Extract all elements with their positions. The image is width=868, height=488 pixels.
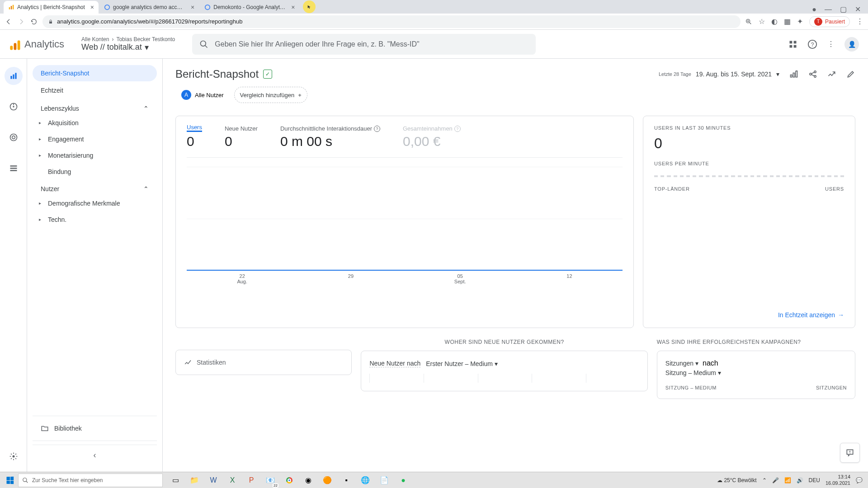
extension-icon[interactable]: ▦: [784, 17, 791, 26]
sidenav-item-realtime[interactable]: Echtzeit: [33, 82, 157, 99]
powerpoint-icon[interactable]: P: [242, 472, 260, 488]
explorer-icon[interactable]: 📁: [185, 472, 203, 488]
page-title: Bericht-Snapshot: [175, 68, 259, 80]
notifications-icon[interactable]: 💬: [856, 477, 863, 483]
view-realtime-link[interactable]: In Echtzeit anzeigen →: [654, 311, 844, 319]
rail-explore[interactable]: [5, 98, 23, 116]
incognito-icon[interactable]: ●: [812, 5, 816, 14]
search-input[interactable]: Geben Sie hier Ihr Anliegen oder Ihre Fr…: [192, 34, 536, 55]
profile-avatar-icon: T: [814, 18, 822, 26]
app-icon[interactable]: ▪: [337, 472, 355, 488]
sessions-selector-row: Sitzungen ▾ nach: [665, 359, 847, 367]
breadcrumb-account: Tobias Becker Testkonto: [116, 36, 175, 42]
task-view-icon[interactable]: ▭: [166, 472, 184, 488]
profile-chip[interactable]: T Pausiert: [809, 16, 850, 27]
analytics-logo[interactable]: Analytics: [9, 38, 64, 50]
metric-selector[interactable]: Sitzungen ▾: [665, 360, 698, 367]
help-icon[interactable]: ?: [807, 39, 817, 49]
metric-label: Gesamteinnahmen ?: [403, 125, 461, 132]
weather-widget[interactable]: ☁ 25°C Bewölkt: [717, 477, 757, 483]
kebab-menu-icon[interactable]: ⋮: [827, 40, 835, 48]
sidenav-section-user[interactable]: Nutzer ⌃: [33, 180, 157, 195]
sidenav-library[interactable]: Bibliothek: [33, 420, 157, 437]
add-comparison-button[interactable]: Vergleich hinzufügen +: [234, 87, 307, 103]
chrome-menu-icon[interactable]: ⋮: [856, 17, 863, 26]
line-chart: 22Aug. 29 05Sept. 12: [187, 167, 623, 284]
metric-users[interactable]: Users 0: [187, 125, 202, 149]
insights-icon[interactable]: [827, 70, 836, 79]
minimize-button[interactable]: —: [825, 5, 832, 14]
account-avatar[interactable]: 👤: [844, 37, 859, 52]
sidenav-item-snapshot[interactable]: Bericht-Snapshot: [33, 65, 157, 81]
reload-button[interactable]: [30, 18, 38, 26]
metric-new-users[interactable]: Neue Nutzer 0: [225, 125, 258, 149]
metric-revenue[interactable]: Gesamteinnahmen ? 0,00 €: [403, 125, 461, 149]
rail-reports[interactable]: [5, 67, 23, 85]
word-icon[interactable]: W: [204, 472, 222, 488]
extensions-menu-icon[interactable]: ✦: [797, 17, 803, 26]
tab-close-icon[interactable]: ×: [291, 4, 295, 11]
apps-icon[interactable]: [788, 40, 797, 49]
account-selector[interactable]: Alle Konten › Tobias Becker Testkonto We…: [81, 36, 175, 52]
help-icon[interactable]: ?: [374, 126, 380, 132]
start-button[interactable]: [2, 472, 18, 488]
feedback-button[interactable]: [840, 443, 860, 463]
segment-all-users[interactable]: A Alle Nutzer: [175, 87, 230, 103]
app-icon[interactable]: 🟠: [318, 472, 336, 488]
rail-configure[interactable]: [5, 159, 23, 177]
excel-icon[interactable]: X: [223, 472, 241, 488]
sidenav-sub-engagement[interactable]: Engagement: [33, 131, 157, 147]
bookmark-icon[interactable]: ☆: [759, 17, 765, 26]
maximize-button[interactable]: ▢: [840, 5, 847, 14]
chrome-icon[interactable]: [280, 472, 298, 488]
section-label: Nutzer: [41, 185, 59, 192]
share-icon[interactable]: [808, 70, 817, 79]
svg-rect-16: [794, 41, 797, 43]
breadcrumb-root: Alle Konten: [81, 36, 109, 42]
rail-advertising[interactable]: [5, 128, 23, 146]
divider: [33, 416, 157, 416]
segment-row: A Alle Nutzer Vergleich hinzufügen +: [175, 87, 855, 103]
sidenav-sub-tech[interactable]: Techn.: [33, 211, 157, 228]
edge-icon[interactable]: 🌐: [356, 472, 374, 488]
date-range-picker[interactable]: Letzte 28 Tage 19. Aug. bis 15. Sept. 20…: [659, 70, 779, 78]
collapse-sidenav-button[interactable]: ‹: [33, 445, 157, 465]
taskbar-search[interactable]: Zur Suche Text hier eingeben: [18, 474, 163, 487]
tab-close-icon[interactable]: ×: [191, 4, 194, 11]
metric-engagement-time[interactable]: Durchschnittliche Interaktionsdauer ? 0 …: [280, 125, 380, 149]
zoom-icon[interactable]: [745, 18, 752, 25]
help-icon[interactable]: ?: [454, 126, 461, 132]
sidenav-sub-acquisition[interactable]: Akquisition: [33, 115, 157, 131]
sidenav-sub-monetization[interactable]: Monetarisierung: [33, 147, 157, 164]
spotify-icon[interactable]: ●: [394, 472, 412, 488]
sidenav-sub-retention[interactable]: Bindung: [33, 164, 157, 180]
new-tab-button[interactable]: [303, 0, 316, 13]
microphone-icon[interactable]: 🎤: [772, 477, 779, 483]
rail-admin[interactable]: [5, 447, 23, 465]
sidenav-sub-demographics[interactable]: Demografische Merkmale: [33, 195, 157, 211]
tray-chevron-icon[interactable]: ⌃: [762, 477, 767, 483]
dimension-selector[interactable]: Sitzung – Medium ▾: [665, 369, 721, 376]
browser-tab[interactable]: Demokonto - Google Analytics-H ×: [200, 1, 299, 14]
mail-icon[interactable]: 📧22: [261, 472, 279, 488]
wifi-icon[interactable]: 📶: [784, 477, 791, 483]
dimension-selector[interactable]: Neue Nutzer nach Erster Nutzer – Medium …: [369, 360, 498, 367]
close-window-button[interactable]: ✕: [855, 5, 861, 14]
volume-icon[interactable]: 🔊: [797, 477, 803, 483]
back-button[interactable]: [5, 18, 13, 26]
customize-icon[interactable]: [789, 70, 798, 79]
browser-tab-active[interactable]: Analytics | Bericht-Snapshot ×: [4, 1, 99, 14]
chevron-down-icon[interactable]: ▾: [145, 42, 149, 52]
verified-badge-icon[interactable]: ✓: [263, 70, 272, 79]
tab-close-icon[interactable]: ×: [90, 4, 94, 11]
clock[interactable]: 13:14 16.09.2021: [826, 474, 850, 486]
forward-button[interactable]: [17, 18, 25, 26]
browser-tab[interactable]: google analytics demo account ×: [99, 1, 199, 14]
edit-icon[interactable]: [846, 70, 855, 79]
language-indicator[interactable]: DEU: [809, 477, 820, 483]
address-bar[interactable]: analytics.google.com/analytics/web/#/p28…: [42, 15, 741, 28]
sidenav-section-lifecycle[interactable]: Lebenszyklus ⌃: [33, 99, 157, 115]
extension-icon[interactable]: ◐: [771, 17, 778, 26]
obs-icon[interactable]: ◉: [299, 472, 317, 488]
notepad-icon[interactable]: 📄: [375, 472, 393, 488]
